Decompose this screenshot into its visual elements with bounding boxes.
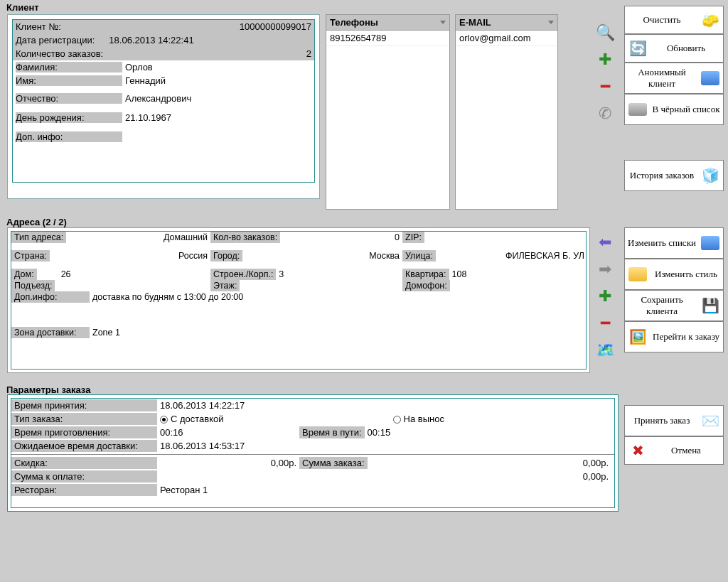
address-side-icons: ⬅ ➡ ✚ ━ 🗺️ (594, 231, 616, 362)
order-prep-label: Время приготовления: (11, 426, 157, 438)
order-rest-label: Ресторан: (11, 484, 157, 496)
next-address-icon[interactable]: ➡ (594, 258, 616, 281)
addr-apt-value: 108 (449, 269, 588, 280)
email-header[interactable]: E-MAIL (456, 15, 557, 31)
phones-panel: Телефоны 89152654789 (326, 14, 450, 210)
addr-type-value: Домашний (66, 232, 210, 243)
contact-side-icons: 🔍 ✚ ━ ✆ (594, 21, 616, 125)
order-travel-value: 00:15 (365, 426, 394, 438)
order-params-panel: Время принятия:18.06.2013 14:22:17 Тип з… (7, 394, 619, 512)
order-eta-label: Ожидаемое время доставки: (11, 440, 157, 452)
order-history-button[interactable]: История заказов🧊 (624, 160, 724, 191)
client-info-panel: Клиент №:10000000099017 Дата регистрации… (7, 14, 320, 199)
map-address-icon[interactable]: 🗺️ (594, 339, 616, 362)
call-contact-icon[interactable]: ✆ (594, 102, 616, 125)
addr-country-label: Страна: (11, 250, 50, 262)
add-address-icon[interactable]: ✚ (594, 285, 616, 308)
order-prep-value: 00:16 (157, 426, 299, 438)
history-col: История заказов🧊 (624, 160, 724, 191)
blacklist-button[interactable]: В чёрный список (624, 94, 724, 125)
addr-bld-label: Строен./Корп.: (210, 269, 276, 280)
order-discount-label: Скидка: (11, 457, 157, 469)
edit-style-button[interactable]: Изменить стиль (624, 259, 724, 290)
addr-bld-value: 3 (276, 269, 402, 280)
goto-order-button[interactable]: 🖼️Перейти к заказу (624, 321, 724, 352)
order-discount-value: 0,00р. (157, 457, 299, 469)
addr-orders-value: 0 (280, 232, 402, 243)
order-pay-value: 0,00р. (577, 470, 614, 483)
order-sum-label: Сумма заказа: (299, 457, 368, 469)
order-pay-label: Сумма к оплате: (11, 470, 157, 483)
email-panel: E-MAIL orlov@gmail.com (455, 14, 558, 210)
client-firstname-value: Геннадий (125, 75, 166, 86)
anon-client-button[interactable]: Анонимный клиент (624, 63, 724, 94)
sort-icon (548, 21, 554, 24)
address-panel: Тип адреса:Домашний Кол-во заказов:0 ZIP… (7, 227, 590, 373)
clear-button[interactable]: Очистить🧽 (624, 6, 724, 34)
order-accept-time-label: Время принятия: (11, 399, 157, 411)
addr-extra-value: доставка по будням с 13:00 до 20:00 (90, 291, 586, 303)
order-params-title: Параметры заказа (4, 382, 93, 395)
client-lastname-label: Фамилия: (16, 62, 122, 72)
addr-city-value: Москва (242, 250, 402, 262)
sort-icon (440, 21, 446, 24)
refresh-button[interactable]: 🔄Обновить (624, 34, 724, 63)
addr-street-label: Улица: (402, 250, 436, 262)
accept-order-button[interactable]: Принять заказ✉️ (624, 405, 724, 436)
phones-header[interactable]: Телефоны (326, 15, 449, 31)
radio-icon (160, 416, 168, 424)
order-type-pickup[interactable]: На вынос (390, 413, 447, 425)
addr-orders-label: Кол-во заказов: (210, 232, 280, 243)
addr-apt-label: Квартира: (402, 269, 449, 280)
email-item[interactable]: orlov@gmail.com (456, 31, 557, 46)
client-number-value: 10000000099017 (240, 21, 311, 32)
addr-city-label: Город: (210, 250, 242, 262)
client-orders-value: 2 (306, 48, 311, 59)
addr-type-label: Тип адреса: (11, 232, 66, 243)
remove-contact-icon[interactable]: ━ (594, 75, 616, 98)
remove-address-icon[interactable]: ━ (594, 312, 616, 335)
addr-zip-label: ZIP: (402, 232, 424, 243)
addr-intercom-label: Домофон: (402, 280, 450, 291)
addr-floor-label: Этаж: (210, 280, 240, 291)
client-lastname-value: Орлов (125, 62, 153, 72)
client-reg-value: 18.06.2013 14:22:41 (109, 35, 193, 45)
edit-lists-button[interactable]: Изменить списки (624, 227, 724, 259)
client-section-title: Клиент (4, 0, 42, 13)
client-orders-label: Количество заказов: (16, 48, 103, 59)
addr-entr-label: Подъезд: (11, 280, 55, 291)
addr-zip-value (424, 232, 587, 243)
order-accept-time-value: 18.06.2013 14:22:17 (157, 399, 247, 411)
add-contact-icon[interactable]: ✚ (594, 48, 616, 71)
save-client-button[interactable]: Сохранить клиента💾 (624, 290, 724, 321)
order-type-delivery[interactable]: С доставкой (157, 413, 227, 425)
order-sum-value: 0,00р. (577, 457, 614, 469)
addr-country-value: Россия (50, 250, 210, 262)
client-number-label: Клиент №: (16, 21, 61, 32)
client-buttons-col: Очистить🧽 🔄Обновить Анонимный клиент В ч… (624, 6, 724, 125)
client-patronymic-value: Александрович (125, 93, 191, 104)
addr-zone-label: Зона доставки: (11, 327, 90, 338)
cancel-order-button[interactable]: ✖Отмена (624, 436, 724, 465)
client-birthday-label: День рождения: (16, 112, 122, 123)
address-buttons-col: Изменить списки Изменить стиль Сохранить… (624, 227, 724, 352)
client-firstname-label: Имя: (16, 75, 122, 86)
phone-item[interactable]: 89152654789 (326, 31, 449, 46)
addr-street-value: ФИЛЕВСКАЯ Б. УЛ (436, 250, 587, 262)
order-type-label: Тип заказа: (11, 413, 157, 425)
order-buttons-col: Принять заказ✉️ ✖Отмена (624, 405, 724, 465)
order-travel-label: Время в пути: (299, 426, 365, 438)
search-contact-icon[interactable]: 🔍 (594, 21, 616, 44)
addr-extra-label: Доп.инфо: (11, 291, 90, 303)
client-extra-label: Доп. инфо: (16, 131, 122, 142)
addr-zone-value: Zone 1 (90, 327, 586, 338)
client-reg-label: Дата регистрации: (16, 35, 95, 45)
prev-address-icon[interactable]: ⬅ (594, 231, 616, 254)
addr-house-label: Дом: (11, 269, 37, 280)
addresses-section-title: Адреса (2 / 2) (4, 215, 70, 227)
order-rest-value: Ресторан 1 (157, 484, 210, 496)
order-eta-value: 18.06.2013 14:53:17 (157, 440, 247, 452)
client-birthday-value: 21.10.1967 (125, 112, 171, 123)
client-patronymic-label: Отчество: (16, 93, 122, 104)
addr-house-value: 26 (58, 269, 210, 280)
